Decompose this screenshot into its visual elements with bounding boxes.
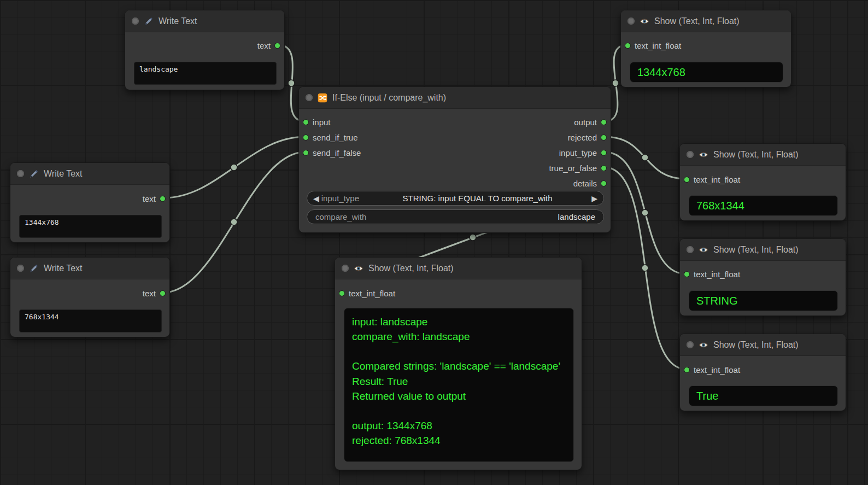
input-dot[interactable] xyxy=(684,271,690,277)
combo-value: STRING: input EQUAL TO compare_with xyxy=(363,194,591,203)
node-title: Show (Text, Int, Float) xyxy=(713,340,799,350)
slot-label: send_if_false xyxy=(313,148,361,157)
eye-icon xyxy=(354,264,363,273)
node-show-right-3[interactable]: Show (Text, Int, Float) text_int_float T… xyxy=(679,334,846,411)
collapse-toggle[interactable] xyxy=(687,151,694,158)
node-show-right-1[interactable]: Show (Text, Int, Float) text_int_float 7… xyxy=(679,143,846,221)
node-header[interactable]: Write Text xyxy=(125,10,284,32)
output-dot[interactable] xyxy=(274,43,280,49)
slot-label: text_int_float xyxy=(694,365,740,375)
node-show-top-right[interactable]: Show (Text, Int, Float) text_int_float 1… xyxy=(620,10,791,87)
node-title: Write Text xyxy=(44,169,83,179)
field-label: compare_with xyxy=(315,212,366,221)
collapse-toggle[interactable] xyxy=(17,170,24,177)
wire-midpoint-dot xyxy=(612,80,619,86)
input-slot-text-int-float: text_int_float xyxy=(339,288,395,299)
collapse-toggle[interactable] xyxy=(342,265,349,272)
slot-label: text_int_float xyxy=(349,289,395,298)
node-title: Write Text xyxy=(44,264,83,273)
input-slot-input: input xyxy=(303,116,331,127)
slot-label: text_int_float xyxy=(694,175,740,184)
collapse-toggle[interactable] xyxy=(306,94,313,101)
input-slot-text-int-float: text_int_float xyxy=(684,174,740,185)
node-header[interactable]: Show (Text, Int, Float) xyxy=(680,334,846,356)
wire-midpoint-dot xyxy=(642,209,648,216)
node-header[interactable]: Write Text xyxy=(10,258,169,279)
input-dot[interactable] xyxy=(684,367,690,373)
input-slot-send-if-true: send_if_true xyxy=(303,132,358,143)
field-widget-compare-with[interactable]: compare_with landscape xyxy=(307,209,604,224)
input-dot[interactable] xyxy=(339,290,345,296)
input-dot[interactable] xyxy=(303,135,309,141)
input-slot-text-int-float: text_int_float xyxy=(684,364,740,375)
value-display: 1344x768 xyxy=(630,62,783,83)
slot-label: output xyxy=(574,118,597,127)
output-slot-text: text xyxy=(143,193,166,204)
node-if-else[interactable]: If-Else (input / compare_with) input sen… xyxy=(298,86,611,233)
node-header[interactable]: Show (Text, Int, Float) xyxy=(335,258,582,279)
slot-label: details xyxy=(573,179,597,188)
text-widget[interactable]: 1344x768 xyxy=(19,215,162,238)
slot-label: text xyxy=(143,194,156,203)
node-show-right-2[interactable]: Show (Text, Int, Float) text_int_float S… xyxy=(679,238,846,316)
eye-icon xyxy=(640,16,649,26)
input-dot[interactable] xyxy=(303,150,309,156)
node-title: Write Text xyxy=(159,16,197,26)
slot-label: text_int_float xyxy=(694,270,740,279)
slot-label: text_int_float xyxy=(635,41,681,50)
input-dot[interactable] xyxy=(625,43,631,49)
combo-next-arrow[interactable]: ▶ xyxy=(591,194,597,203)
output-slot-rejected: rejected xyxy=(568,132,607,143)
output-slot-input-type: input_type xyxy=(559,147,607,158)
eye-icon xyxy=(699,340,708,350)
collapse-toggle[interactable] xyxy=(132,17,139,25)
text-widget[interactable]: landscape xyxy=(134,62,277,85)
collapse-toggle[interactable] xyxy=(687,246,694,253)
pen-icon xyxy=(29,169,39,179)
node-header[interactable]: Show (Text, Int, Float) xyxy=(680,239,846,261)
output-dot[interactable] xyxy=(601,119,607,125)
output-slot-text: text xyxy=(143,288,166,299)
output-slot-text: text xyxy=(257,40,280,51)
combo-prev-arrow[interactable]: ◀ xyxy=(313,194,319,203)
wire-midpoint-dot xyxy=(470,234,476,241)
slot-label: true_or_false xyxy=(549,163,597,173)
wire-midpoint-dot xyxy=(231,219,237,225)
output-dot[interactable] xyxy=(601,150,607,156)
slot-label: rejected xyxy=(568,133,597,142)
collapse-toggle[interactable] xyxy=(17,265,24,272)
node-header[interactable]: Show (Text, Int, Float) xyxy=(621,10,791,32)
node-title: Show (Text, Int, Float) xyxy=(713,150,799,160)
node-write-text-top[interactable]: Write Text text landscape xyxy=(125,10,285,90)
pen-icon xyxy=(144,16,154,26)
output-slot-true-or-false: true_or_false xyxy=(549,162,607,173)
node-title: Show (Text, Int, Float) xyxy=(713,245,799,255)
node-header[interactable]: Write Text xyxy=(10,163,169,185)
slot-label: text xyxy=(143,289,156,298)
pen-icon xyxy=(29,264,39,273)
combo-widget-input-type[interactable]: ◀ input_type STRING: input EQUAL TO comp… xyxy=(307,191,604,206)
node-header[interactable]: If-Else (input / compare_with) xyxy=(299,87,611,109)
input-slot-text-int-float: text_int_float xyxy=(684,268,740,279)
wire-midpoint-dot xyxy=(231,164,237,171)
input-slot-text-int-float: text_int_float xyxy=(625,40,681,51)
node-graph-canvas[interactable]: { "colors": { "wire": "#b7c6b7", "slot_d… xyxy=(0,0,868,485)
input-dot[interactable] xyxy=(684,177,690,183)
output-dot[interactable] xyxy=(160,290,166,296)
node-show-center[interactable]: Show (Text, Int, Float) text_int_float i… xyxy=(335,257,582,470)
node-write-text-bot[interactable]: Write Text text 768x1344 xyxy=(10,257,170,337)
input-dot[interactable] xyxy=(303,119,309,125)
output-dot[interactable] xyxy=(601,135,607,141)
collapse-toggle[interactable] xyxy=(687,341,694,348)
output-dot[interactable] xyxy=(160,196,166,202)
output-dot[interactable] xyxy=(601,165,607,171)
value-display: input: landscape compare_with: landscape… xyxy=(344,308,574,462)
node-write-text-mid[interactable]: Write Text text 1344x768 xyxy=(10,162,170,243)
output-dot[interactable] xyxy=(601,180,607,186)
input-slot-send-if-false: send_if_false xyxy=(303,147,361,158)
collapse-toggle[interactable] xyxy=(627,17,635,25)
value-display: STRING xyxy=(689,290,838,311)
text-widget[interactable]: 768x1344 xyxy=(19,309,162,332)
node-header[interactable]: Show (Text, Int, Float) xyxy=(680,144,846,166)
value-display: True xyxy=(689,385,838,406)
